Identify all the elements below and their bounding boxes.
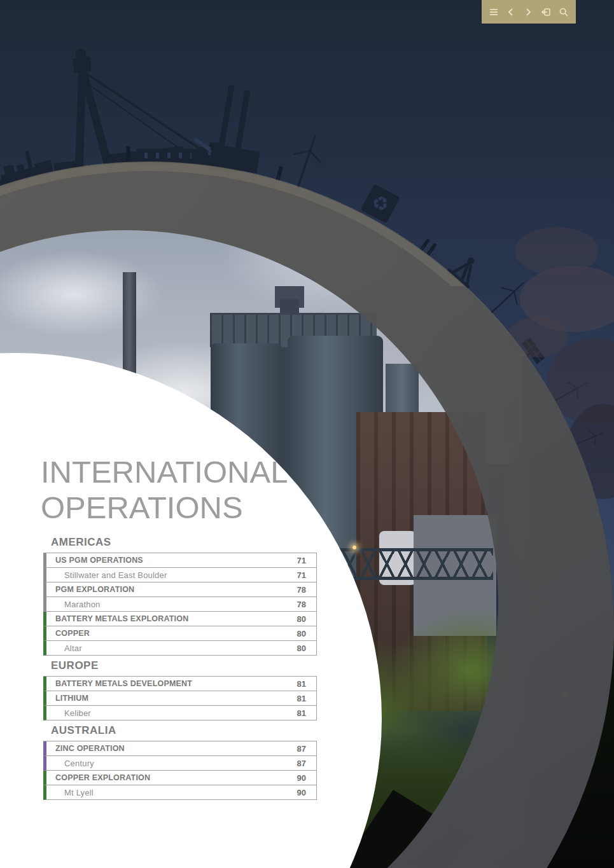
toc-row-page: 87	[297, 759, 306, 768]
toc-row[interactable]: BATTERY METALS DEVELOPMENT81	[43, 677, 316, 691]
toc-table: US PGM OPERATIONS71Stillwater and East B…	[43, 553, 317, 656]
toc-table: ZINC OPERATION87Century87COPPER EXPLORAT…	[43, 741, 317, 800]
page-title-line2: OPERATIONS	[41, 490, 243, 525]
toc-row[interactable]: COPPER EXPLORATION90	[43, 771, 316, 785]
magazine-page: ♻	[0, 0, 614, 868]
toc-row-page: 80	[297, 644, 306, 653]
toc-row-label: Altar	[46, 644, 297, 653]
toc-section-americas: AMERICASUS PGM OPERATIONS71Stillwater an…	[43, 536, 317, 656]
section-heading: AMERICAS	[51, 536, 317, 549]
toc-row[interactable]: BATTERY METALS EXPLORATION80	[43, 612, 316, 626]
toc-row-page: 78	[297, 600, 306, 609]
toc-row-label: BATTERY METALS EXPLORATION	[46, 614, 297, 623]
toc-row[interactable]: PGM EXPLORATION78	[43, 582, 316, 597]
toc-row-page: 87	[297, 744, 306, 754]
toc-row-page: 80	[297, 629, 306, 638]
toc-row-label: ZINC OPERATION	[46, 744, 297, 753]
toc-row-label: Century	[46, 759, 297, 768]
section-heading: AUSTRALIA	[51, 724, 317, 737]
toc-section-europe: EUROPEBATTERY METALS DEVELOPMENT81LITHIU…	[43, 659, 317, 720]
toc-row-label: US PGM OPERATIONS	[46, 556, 297, 565]
toc-row[interactable]: Altar80	[43, 641, 316, 656]
toc-row-label: LITHIUM	[46, 694, 297, 703]
chevron-right-icon[interactable]	[522, 6, 534, 18]
toc-row-page: 81	[297, 694, 306, 703]
toc-row-page: 71	[297, 570, 306, 580]
toc-table: BATTERY METALS DEVELOPMENT81LITHIUM81Kel…	[43, 676, 317, 720]
section-heading: EUROPE	[51, 659, 317, 672]
chevron-left-icon[interactable]	[505, 6, 517, 18]
search-icon[interactable]	[557, 6, 570, 18]
viewer-toolbar	[482, 0, 576, 24]
toc-row-page: 90	[297, 773, 306, 783]
page-title-line1: INTERNATIONAL	[41, 455, 288, 489]
toc-row[interactable]: COPPER80	[43, 626, 316, 641]
toc-row-label: Keliber	[46, 708, 297, 718]
page-title: INTERNATIONALOPERATIONS	[41, 454, 288, 525]
toc-row[interactable]: Keliber81	[43, 706, 316, 720]
toc-row-page: 90	[297, 788, 306, 797]
toc-row-label: Mt Lyell	[46, 788, 297, 797]
toc-row-label: Stillwater and East Boulder	[46, 570, 297, 580]
toc-row[interactable]: Century87	[43, 756, 316, 771]
toc-row-label: BATTERY METALS DEVELOPMENT	[46, 679, 297, 688]
toc-row-page: 78	[297, 585, 306, 595]
toc-row[interactable]: US PGM OPERATIONS71	[43, 553, 316, 568]
toc-row-label: COPPER EXPLORATION	[46, 773, 297, 782]
page-view-icon[interactable]	[540, 6, 552, 18]
toc-row-page: 81	[297, 708, 306, 718]
toc-row[interactable]: Marathon78	[43, 597, 316, 612]
toc-row[interactable]: ZINC OPERATION87	[43, 741, 316, 756]
toc-row[interactable]: Mt Lyell90	[43, 785, 316, 800]
menu-icon[interactable]	[487, 6, 500, 18]
toc-row-label: PGM EXPLORATION	[46, 585, 297, 594]
toc-row-label: Marathon	[46, 600, 297, 609]
toc-row-page: 80	[297, 614, 306, 624]
toc-row[interactable]: LITHIUM81	[43, 691, 316, 706]
toc-row-page: 81	[297, 679, 306, 689]
toc-section-australia: AUSTRALIAZINC OPERATION87Century87COPPER…	[43, 724, 317, 800]
toc-row-label: COPPER	[46, 629, 297, 638]
toc-row-page: 71	[297, 556, 306, 565]
toc-row[interactable]: Stillwater and East Boulder71	[43, 568, 316, 582]
page-content: INTERNATIONALOPERATIONS AMERICASUS PGM O…	[0, 0, 614, 868]
